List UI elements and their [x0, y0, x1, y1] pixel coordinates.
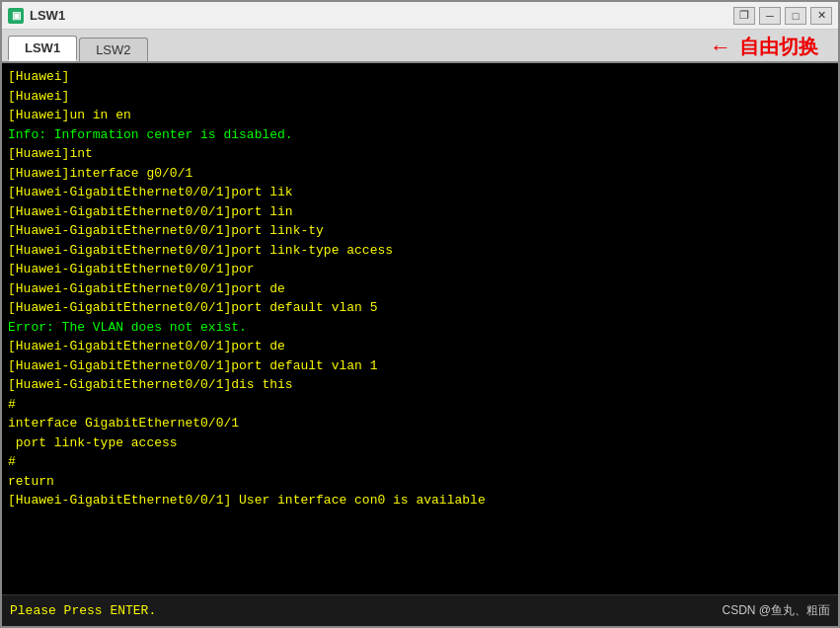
- terminal-line: Error: The VLAN does not exist.: [8, 318, 832, 338]
- tab-lsw2[interactable]: LSW2: [79, 38, 147, 61]
- terminal-line: [Huawei]interface g0/0/1: [8, 164, 832, 184]
- terminal-line: [Huawei-GigabitEthernet0/0/1]port lik: [8, 183, 832, 202]
- window-title: LSW1: [30, 8, 65, 23]
- terminal-line: Info: Information center is disabled.: [8, 125, 832, 145]
- tab-bar: LSW1 LSW2 ← 自由切换: [2, 30, 838, 63]
- terminal-content[interactable]: [Huawei][Huawei][Huawei]un in enInfo: In…: [2, 63, 838, 594]
- terminal-line: [Huawei-GigabitEthernet0/0/1]port defaul…: [8, 356, 832, 376]
- status-text: Please Press ENTER.: [10, 603, 156, 618]
- terminal-line: [Huawei]: [8, 87, 832, 107]
- title-bar-left: ▣ LSW1: [8, 8, 65, 24]
- terminal-line: [Huawei-GigabitEthernet0/0/1]port lin: [8, 202, 832, 222]
- terminal-line: [Huawei-GigabitEthernet0/0/1]port defaul…: [8, 298, 832, 318]
- tab-lsw1[interactable]: LSW1: [8, 36, 77, 61]
- terminal-line: #: [8, 452, 832, 472]
- tab-annotation: ← 自由切换: [710, 34, 818, 60]
- terminal-line: #: [8, 395, 832, 415]
- switch-arrow-icon: ←: [710, 37, 731, 58]
- terminal-line: [Huawei-GigabitEthernet0/0/1]port de: [8, 337, 832, 356]
- terminal-line: [Huawei-GigabitEthernet0/0/1]por: [8, 260, 832, 279]
- title-bar: ▣ LSW1 ❐ ─ □ ✕: [2, 2, 838, 30]
- terminal-line: [Huawei-GigabitEthernet0/0/1]dis this: [8, 375, 832, 395]
- restore-button[interactable]: ❐: [733, 7, 755, 25]
- app-icon: ▣: [8, 8, 24, 24]
- main-window: ▣ LSW1 ❐ ─ □ ✕ LSW1 LSW2 ← 自由切换 [Huawei]…: [0, 0, 840, 628]
- terminal-status-bar: Please Press ENTER. CSDN @鱼丸、粗面: [2, 594, 838, 626]
- terminal-line: interface GigabitEthernet0/0/1: [8, 414, 832, 433]
- terminal-line: [Huawei]int: [8, 144, 832, 164]
- terminal-line: [Huawei-GigabitEthernet0/0/1] User inter…: [8, 491, 832, 510]
- terminal-line: return: [8, 472, 832, 492]
- close-button[interactable]: ✕: [810, 7, 832, 25]
- watermark: CSDN @鱼丸、粗面: [722, 602, 830, 619]
- terminal-line: [Huawei-GigabitEthernet0/0/1]port de: [8, 279, 832, 299]
- terminal-line: [Huawei]un in en: [8, 106, 832, 125]
- terminal-line: [Huawei-GigabitEthernet0/0/1]port link-t…: [8, 221, 832, 241]
- terminal-area: [Huawei][Huawei][Huawei]un in enInfo: In…: [2, 63, 838, 626]
- annotation-label: 自由切换: [739, 34, 818, 60]
- window-controls: ❐ ─ □ ✕: [733, 7, 832, 25]
- minimize-button[interactable]: ─: [759, 7, 781, 25]
- maximize-button[interactable]: □: [785, 7, 806, 25]
- terminal-line: [Huawei]: [8, 67, 832, 87]
- terminal-line: port link-type access: [8, 433, 832, 453]
- terminal-line: [Huawei-GigabitEthernet0/0/1]port link-t…: [8, 241, 832, 261]
